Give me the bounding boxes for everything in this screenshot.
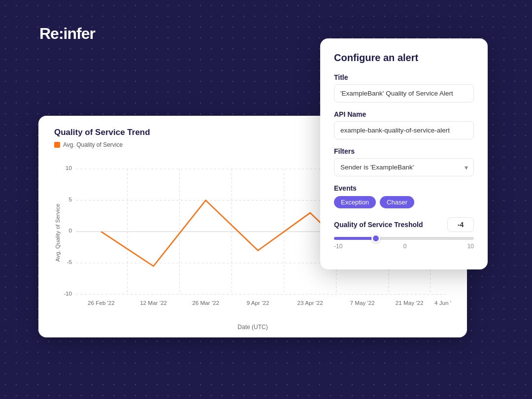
event-tag-exception[interactable]: Exception [334,196,376,208]
event-tag-chaser[interactable]: Chaser [380,196,414,208]
title-form-group: Title [334,73,474,102]
slider-track [334,237,474,240]
y-axis-label: Avg. Quality of Service [54,204,61,262]
threshold-label: Quality of Service Treshold [334,221,423,229]
x-tick-6: 7 May '22 [350,299,375,306]
x-tick-5: 23 Apr '22 [298,299,323,306]
slider-min-label: -10 [334,243,342,250]
alert-panel-title: Configure an alert [334,52,474,64]
api-name-form-group: API Name [334,110,474,139]
filters-select-wrapper: Sender is 'ExampleBank' ▾ [334,158,474,176]
y-tick-10: 10 [66,165,72,171]
x-tick-4: 9 Apr '22 [247,299,269,306]
x-axis-label: Date (UTC) [54,324,451,331]
y-tick-5: 5 [69,196,72,202]
y-tick-0: 0 [69,227,72,233]
api-name-input[interactable] [334,121,474,139]
slider-thumb[interactable] [371,234,380,243]
legend-label: Avg. Quality of Service [63,141,123,148]
slider-container: -10 0 10 [334,237,474,250]
threshold-value-input[interactable] [447,217,474,232]
events-form-group: Events Exception Chaser [334,184,474,208]
x-tick-7: 21 May '22 [396,299,424,306]
x-tick-2: 12 Mar '22 [140,299,167,306]
x-tick-1: 26 Feb '22 [88,299,115,306]
x-tick-8: 4 Jun '22 [434,299,451,306]
y-tick-neg5: -5 [67,259,72,265]
alert-panel: Configure an alert Title API Name Filter… [320,38,488,269]
title-label: Title [334,73,474,81]
slider-labels: -10 0 10 [334,243,474,250]
event-tags-container: Exception Chaser [334,196,474,208]
slider-mid-label: 0 [403,243,407,250]
threshold-row: Quality of Service Treshold [334,217,474,232]
threshold-section: Quality of Service Treshold -10 0 10 [334,217,474,250]
events-label: Events [334,184,474,192]
y-tick-neg10: -10 [64,290,72,297]
x-tick-3: 26 Mar '22 [192,299,219,306]
filters-select[interactable]: Sender is 'ExampleBank' [334,158,474,176]
slider-max-label: 10 [467,243,474,250]
title-input[interactable] [334,84,474,102]
filters-label: Filters [334,147,474,155]
legend-color-dot [54,142,60,148]
app-logo: Re:infer [39,25,95,43]
api-name-label: API Name [334,110,474,118]
filters-form-group: Filters Sender is 'ExampleBank' ▾ [334,147,474,176]
